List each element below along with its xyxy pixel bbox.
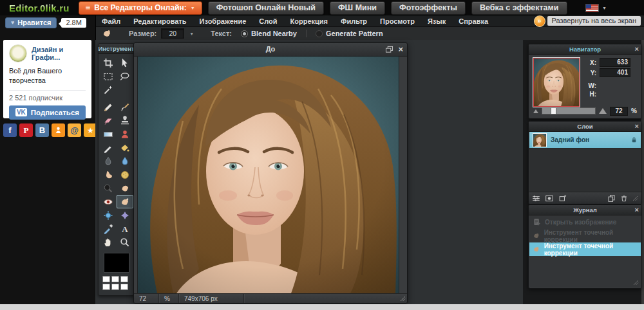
blend-nearby-option[interactable]: Blend Nearby: [251, 30, 297, 37]
pinterest-icon[interactable]: P: [19, 123, 33, 137]
tool-lasso[interactable]: [117, 69, 133, 83]
tool-marquee[interactable]: [100, 69, 117, 83]
menu-view[interactable]: Просмотр: [374, 17, 421, 25]
tool-pen[interactable]: [100, 141, 117, 154]
y-value: 401: [600, 68, 630, 77]
tool-brush[interactable]: [117, 100, 133, 114]
menu-language[interactable]: Язык: [421, 17, 452, 25]
photoshop-online-new-button[interactable]: Фотошоп Онлайн Новый: [208, 1, 324, 15]
close-window-icon[interactable]: ×: [398, 45, 403, 53]
history-panel: Журнал × Открыть изображение Инструмент …: [528, 205, 642, 289]
subscribe-button[interactable]: VK Подписаться: [9, 105, 86, 120]
caret-down-icon: ▼: [602, 6, 607, 10]
webcam-effects-button[interactable]: Вебка с эффектами: [471, 1, 567, 15]
canvas-image[interactable]: [138, 57, 399, 293]
zoom-slider-handle[interactable]: [551, 107, 556, 114]
tool-pencil[interactable]: [100, 100, 117, 114]
navigator-thumbnail[interactable]: [533, 58, 580, 107]
window-resize-handle[interactable]: [400, 296, 406, 302]
tool-type[interactable]: A: [117, 222, 133, 235]
tool-burn[interactable]: [100, 181, 117, 195]
vk-icon[interactable]: В: [35, 123, 49, 137]
layer-mask-icon[interactable]: [545, 194, 554, 203]
tool-crop[interactable]: [100, 56, 117, 69]
blend-nearby-radio[interactable]: [241, 30, 248, 37]
pattern-swatch[interactable]: [111, 276, 119, 282]
tool-clone-stamp[interactable]: [117, 114, 133, 127]
panel-resize-handle[interactable]: [633, 280, 639, 286]
fullscreen-button[interactable]: Развернуть на весь экран: [547, 16, 641, 26]
menu-image[interactable]: Изображение: [193, 17, 253, 25]
close-panel-icon[interactable]: ×: [635, 122, 639, 131]
tool-sharpen[interactable]: [117, 154, 133, 168]
tool-eraser[interactable]: [100, 114, 117, 127]
close-panel-icon[interactable]: ×: [635, 205, 639, 214]
menu-layer[interactable]: Слой: [252, 17, 283, 25]
history-item-spot-heal-1[interactable]: Инструмент точечной коррекции: [529, 229, 641, 242]
generate-pattern-option[interactable]: Generate Pattern: [326, 30, 383, 37]
menu-file[interactable]: Файл: [95, 17, 127, 25]
document-title-bar[interactable]: До ×: [134, 43, 407, 57]
tool-dodge[interactable]: [117, 181, 133, 195]
new-layer-icon[interactable]: [558, 194, 567, 203]
tool-sponge[interactable]: [117, 168, 133, 181]
eraser-icon: [103, 116, 113, 126]
zoom-value-box[interactable]: 72: [134, 294, 159, 303]
zoom-out-icon[interactable]: [533, 109, 538, 113]
layer-row-background[interactable]: Задний фон: [529, 132, 641, 149]
mailru-icon[interactable]: @: [68, 123, 81, 137]
facebook-icon[interactable]: f: [3, 123, 17, 137]
tool-color-replace[interactable]: [117, 127, 133, 141]
navigator-zoom-value[interactable]: 72: [610, 107, 628, 116]
close-panel-icon[interactable]: ×: [635, 44, 639, 53]
menu-adjustment[interactable]: Коррекция: [284, 17, 334, 25]
tool-bucket[interactable]: [117, 141, 133, 154]
history-item-open-image[interactable]: Открыть изображение: [529, 215, 641, 229]
tool-gradient[interactable]: [100, 127, 117, 141]
layer-styles-icon[interactable]: [532, 194, 540, 203]
x-value: 633: [600, 58, 630, 67]
delete-layer-icon[interactable]: [620, 194, 628, 203]
menu-help[interactable]: Справка: [452, 17, 495, 25]
zoom-slider[interactable]: [542, 107, 596, 114]
tool-pinch[interactable]: [117, 208, 133, 222]
tool-move[interactable]: [117, 56, 133, 69]
top-bar: Editor.0lik.ru ≡ Все Редакторы Онлайн: ▼…: [0, 0, 644, 15]
pattern-swatch[interactable]: [120, 276, 128, 282]
community-name-link[interactable]: Дизайн и Графи...: [32, 46, 86, 61]
tool-smudge[interactable]: [100, 168, 117, 181]
site-logo[interactable]: Editor.0lik.ru: [9, 3, 70, 14]
odnoklassniki-icon[interactable]: [52, 123, 65, 137]
tool-bloat[interactable]: [100, 208, 117, 222]
tool-red-eye[interactable]: [100, 195, 117, 208]
tool-hand[interactable]: [100, 235, 117, 249]
pattern-swatch[interactable]: [111, 284, 119, 290]
tool-spot-heal[interactable]: [117, 195, 133, 208]
panel-resize-handle[interactable]: [632, 196, 638, 201]
like-button[interactable]: ♥ Нравится: [5, 17, 57, 28]
fsh-mini-button[interactable]: ФШ Мини: [330, 1, 385, 15]
pattern-swatch[interactable]: [102, 284, 110, 290]
size-caret-icon[interactable]: ▼: [189, 32, 194, 36]
photo-editor-app: Editor.0lik.ru ≡ Все Редакторы Онлайн: ▼…: [0, 0, 644, 304]
fullscreen-icon[interactable]: »: [534, 15, 545, 27]
zoom-in-icon[interactable]: [599, 108, 607, 114]
language-selector[interactable]: ▼: [585, 4, 607, 12]
history-item-spot-heal-2[interactable]: Инструмент точечной коррекции: [529, 242, 641, 256]
size-value-input[interactable]: 20: [161, 28, 184, 39]
photo-effects-button[interactable]: Фотоэффекты: [391, 1, 466, 15]
menu-filter[interactable]: Фильтр: [334, 17, 374, 25]
pattern-swatch[interactable]: [102, 276, 110, 282]
zoom-percent-label: %: [159, 294, 179, 303]
restore-window-icon[interactable]: [385, 46, 393, 53]
duplicate-layer-icon[interactable]: [607, 194, 616, 203]
tool-blur[interactable]: [100, 154, 117, 168]
all-editors-dropdown-button[interactable]: ≡ Все Редакторы Онлайн: ▼: [79, 1, 202, 15]
menu-edit[interactable]: Редактировать: [127, 17, 193, 25]
tool-wand[interactable]: [100, 83, 117, 96]
generate-pattern-radio[interactable]: [316, 30, 323, 37]
pattern-swatch[interactable]: [120, 284, 128, 290]
tool-zoom[interactable]: [117, 235, 133, 249]
color-swatch[interactable]: [104, 253, 129, 272]
tool-colorpicker[interactable]: [100, 222, 117, 235]
